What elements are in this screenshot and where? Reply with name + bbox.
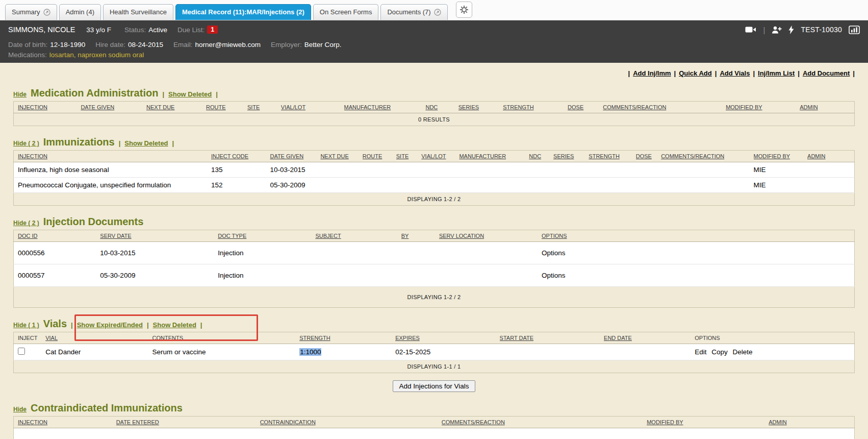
hire-date-value: 08-24-2015 xyxy=(128,41,163,48)
col-vial-lot[interactable]: VIAL/LOT xyxy=(281,102,344,113)
video-call-icon[interactable] xyxy=(745,26,756,33)
col-admin[interactable]: ADMIN xyxy=(807,151,854,162)
col-serv-date[interactable]: SERV DATE xyxy=(100,230,218,242)
col-options[interactable]: OPTIONS xyxy=(542,230,854,242)
col-vial[interactable]: VIAL xyxy=(45,332,152,344)
add-person-icon[interactable] xyxy=(772,26,782,34)
col-ndc[interactable]: NDC xyxy=(425,102,458,113)
due-list-badge[interactable]: 1 xyxy=(207,26,218,34)
col-comments-reaction[interactable]: COMMENTS/REACTION xyxy=(661,151,753,162)
col-manufacturer[interactable]: MANUFACTURER xyxy=(459,151,529,162)
col-vial-lot[interactable]: VIAL/LOT xyxy=(421,151,459,162)
col-end-date[interactable]: END DATE xyxy=(604,332,695,344)
quick-action-lightning-icon[interactable] xyxy=(788,26,794,34)
col-site[interactable]: SITE xyxy=(396,151,421,162)
col-next-due[interactable]: NEXT DUE xyxy=(320,151,362,162)
medication-administration-table: INJECTION DATE GIVEN NEXT DUE ROUTE SITE… xyxy=(13,101,855,126)
col-route[interactable]: ROUTE xyxy=(206,102,247,113)
vials-table: INJECT VIAL CONTENTS STRENGTH EXPIRES ST… xyxy=(13,332,855,373)
show-deleted-link[interactable]: Show Deleted xyxy=(153,321,196,329)
col-series[interactable]: SERIES xyxy=(553,151,589,162)
edit-link[interactable]: Edit xyxy=(695,348,706,356)
col-contents[interactable]: CONTENTS xyxy=(152,332,300,344)
separator xyxy=(147,321,149,329)
cell-empty xyxy=(260,428,442,439)
col-next-due[interactable]: NEXT DUE xyxy=(146,102,206,113)
delete-link[interactable]: Delete xyxy=(732,348,752,356)
col-serv-location[interactable]: SERV LOCATION xyxy=(439,230,542,242)
cell-doc-type: Injection xyxy=(218,264,315,287)
col-strength[interactable]: STRENGTH xyxy=(503,102,568,113)
col-expires[interactable]: EXPIRES xyxy=(395,332,499,344)
col-route[interactable]: ROUTE xyxy=(363,151,396,162)
col-ndc[interactable]: NDC xyxy=(529,151,553,162)
tab-medical-record[interactable]: Medical Record (11):MAR/Injections (2) xyxy=(175,4,311,20)
col-strength[interactable]: STRENGTH xyxy=(299,332,395,344)
inj-imm-list-link[interactable]: Inj/Imm List xyxy=(758,69,795,77)
add-inj-imm-link[interactable]: Add Inj/Imm xyxy=(633,69,671,77)
vial-inject-checkbox[interactable] xyxy=(18,348,25,355)
hide-link[interactable]: Hide ( 2 ) xyxy=(13,140,39,147)
options-link[interactable]: Options xyxy=(542,249,566,257)
cell-strength: 1:1000 xyxy=(299,344,395,360)
col-admin[interactable]: ADMIN xyxy=(769,417,854,428)
flowsheet-chart-icon[interactable] xyxy=(849,26,860,34)
documents-popout-icon[interactable] xyxy=(434,9,441,16)
tab-admin[interactable]: Admin (4) xyxy=(59,4,101,20)
tab-documents[interactable]: Documents (7) xyxy=(380,4,447,20)
col-doc-id[interactable]: DOC ID xyxy=(14,230,100,242)
col-contraindication[interactable]: CONTRAINDICATION xyxy=(260,417,442,428)
cell-modified-by: MIE xyxy=(754,162,808,178)
tab-on-screen-forms[interactable]: On Screen Forms xyxy=(313,4,379,20)
col-strength[interactable]: STRENGTH xyxy=(589,151,635,162)
col-comments-reaction[interactable]: COMMENTS/REACTION xyxy=(603,102,726,113)
hide-link[interactable]: Hide ( 1 ) xyxy=(13,322,39,329)
col-modified-by[interactable]: MODIFIED BY xyxy=(754,151,808,162)
col-subject[interactable]: SUBJECT xyxy=(315,230,401,242)
col-dose[interactable]: DOSE xyxy=(568,102,603,113)
col-injection[interactable]: INJECTION xyxy=(14,102,81,113)
cell-modified-by: MIE xyxy=(754,178,808,193)
patient-header-row-2: Date of birth: 12-18-1990 Hire date: 08-… xyxy=(0,39,868,49)
results-count: 0 RESULTS xyxy=(14,113,855,126)
show-expired-ended-link[interactable]: Show Expired/Ended xyxy=(77,321,143,329)
cell-serv-date: 05-30-2009 xyxy=(100,264,218,287)
col-injection[interactable]: INJECTION xyxy=(14,417,116,428)
col-comments-reaction[interactable]: COMMENTS/REACTION xyxy=(442,417,647,428)
settings-button[interactable] xyxy=(456,2,472,18)
hide-link[interactable]: Hide xyxy=(13,406,27,413)
col-doc-type[interactable]: DOC TYPE xyxy=(218,230,315,242)
tab-health-surveillance[interactable]: Health Surveillance xyxy=(103,4,173,20)
cell-empty xyxy=(401,242,439,264)
hide-link[interactable]: Hide ( 2 ) xyxy=(13,220,39,227)
col-by[interactable]: BY xyxy=(401,230,439,242)
options-link[interactable]: Options xyxy=(542,272,566,279)
summary-popout-icon[interactable] xyxy=(43,9,50,16)
col-dose[interactable]: DOSE xyxy=(636,151,661,162)
col-date-given[interactable]: DATE GIVEN xyxy=(270,151,320,162)
col-injection[interactable]: INJECTION xyxy=(14,151,212,162)
add-injections-for-vials-button[interactable]: Add Injections for Vials xyxy=(393,380,475,392)
cell-injection: Pneumococcal Conjugate, unspecified form… xyxy=(14,178,212,193)
col-series[interactable]: SERIES xyxy=(458,102,503,113)
col-admin[interactable]: ADMIN xyxy=(800,102,854,113)
show-deleted-link[interactable]: Show Deleted xyxy=(124,139,168,147)
col-inject-code[interactable]: INJECT CODE xyxy=(211,151,270,162)
add-document-link[interactable]: Add Document xyxy=(803,69,850,77)
col-date-given[interactable]: DATE GIVEN xyxy=(81,102,146,113)
quick-add-link[interactable]: Quick Add xyxy=(679,69,712,77)
col-start-date[interactable]: START DATE xyxy=(500,332,604,344)
col-modified-by[interactable]: MODIFIED BY xyxy=(726,102,800,113)
medications-list[interactable]: losartan, naproxen sodium oral xyxy=(49,51,144,59)
show-deleted-link[interactable]: Show Deleted xyxy=(168,90,212,98)
col-manufacturer[interactable]: MANUFACTURER xyxy=(344,102,426,113)
tab-summary[interactable]: Summary xyxy=(5,4,57,20)
copy-link[interactable]: Copy xyxy=(711,348,728,356)
col-site[interactable]: SITE xyxy=(247,102,281,113)
results-row: 0 RESULTS xyxy=(14,113,855,126)
col-date-entered[interactable]: DATE ENTERED xyxy=(116,417,260,428)
add-vials-link[interactable]: Add Vials xyxy=(720,69,750,77)
col-modified-by[interactable]: MODIFIED BY xyxy=(647,417,769,428)
hide-link[interactable]: Hide xyxy=(13,91,27,98)
cell-empty xyxy=(661,162,753,178)
